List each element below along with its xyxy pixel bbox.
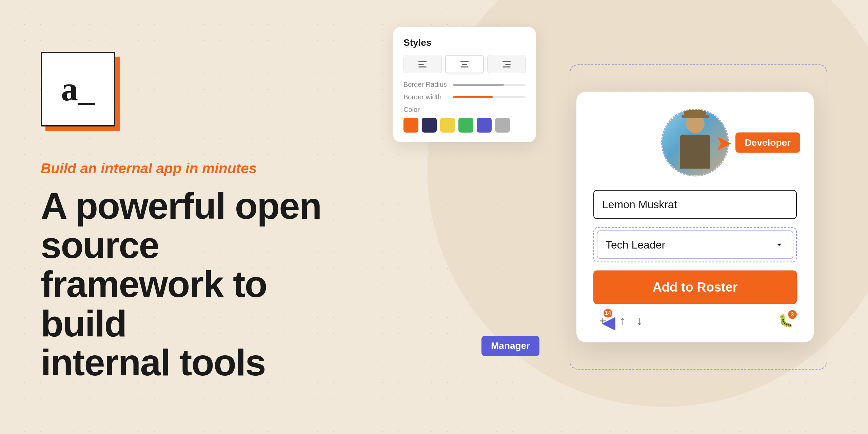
logo-container: a_ bbox=[41, 52, 332, 126]
color-swatches bbox=[403, 118, 526, 133]
developer-badge-label: Developer bbox=[745, 137, 791, 148]
move-up-icon[interactable]: ↑ bbox=[620, 313, 626, 328]
logo-box: a_ bbox=[41, 52, 115, 126]
cursor-left-arrow-icon bbox=[597, 314, 617, 334]
headline: A powerful open source framework to buil… bbox=[41, 186, 332, 382]
svg-marker-1 bbox=[602, 317, 615, 331]
up-arrow-symbol: ↑ bbox=[620, 313, 626, 327]
border-width-fill bbox=[453, 96, 493, 98]
styles-panel: Styles bbox=[393, 27, 536, 142]
swatch-dark[interactable] bbox=[422, 118, 437, 133]
color-label: Color bbox=[403, 106, 526, 114]
cursor-right-arrow-icon bbox=[716, 135, 733, 152]
name-input[interactable] bbox=[593, 190, 797, 219]
main-card: Developer Tech Leader Developer Mana bbox=[576, 92, 814, 342]
border-width-row: Border width bbox=[403, 93, 526, 101]
border-radius-fill bbox=[453, 84, 504, 86]
swatch-gray[interactable] bbox=[495, 118, 510, 133]
person-head bbox=[686, 115, 705, 133]
manager-badge-label: Manager bbox=[491, 340, 530, 351]
name-field bbox=[593, 190, 797, 219]
border-width-label: Border width bbox=[403, 93, 448, 101]
add-to-roster-button[interactable]: Add to Roster bbox=[593, 271, 797, 304]
headline-line2: framework to build bbox=[41, 263, 267, 344]
swatch-orange[interactable] bbox=[403, 118, 418, 133]
add-to-roster-label: Add to Roster bbox=[652, 280, 737, 294]
swatch-yellow[interactable] bbox=[440, 118, 455, 133]
left-section: a_ Build an internal app in minutes A po… bbox=[0, 25, 373, 409]
role-select[interactable]: Tech Leader Developer Manager Designer bbox=[597, 231, 793, 259]
headline-line1: A powerful open source bbox=[41, 185, 321, 266]
svg-marker-0 bbox=[717, 137, 731, 151]
logo-text: a_ bbox=[61, 72, 95, 106]
person-body bbox=[680, 135, 710, 169]
person-hat bbox=[684, 110, 706, 117]
bug-icon[interactable]: 🐛 3 bbox=[778, 313, 793, 328]
align-left-button[interactable] bbox=[403, 55, 442, 73]
tagline: Build an internal app in minutes bbox=[41, 160, 332, 177]
styles-panel-title: Styles bbox=[403, 37, 526, 48]
developer-badge: Developer bbox=[735, 133, 800, 153]
align-right-button[interactable] bbox=[487, 55, 526, 73]
swatch-green[interactable] bbox=[458, 118, 473, 133]
move-down-icon[interactable]: ↓ bbox=[637, 313, 643, 328]
swatch-blue[interactable] bbox=[477, 118, 492, 133]
toolbar-right: 🐛 3 bbox=[778, 313, 793, 328]
manager-badge: Manager bbox=[481, 336, 539, 356]
select-wrapper: Tech Leader Developer Manager Designer bbox=[593, 227, 797, 262]
role-field: Tech Leader Developer Manager Designer bbox=[593, 227, 797, 262]
bug-badge-count: 3 bbox=[788, 310, 797, 319]
border-radius-label: Border Radius bbox=[403, 81, 448, 88]
border-radius-row: Border Radius bbox=[403, 81, 526, 88]
down-arrow-symbol: ↓ bbox=[637, 313, 643, 327]
border-radius-bar[interactable] bbox=[453, 84, 526, 86]
person-figure bbox=[673, 115, 717, 176]
page-content: a_ Build an internal app in minutes A po… bbox=[0, 0, 868, 434]
headline-line3: internal tools bbox=[41, 341, 265, 383]
right-section: Styles bbox=[373, 0, 868, 434]
align-center-button[interactable] bbox=[445, 55, 484, 73]
bottom-toolbar: ＋ 14 ↑ ↓ 🐛 3 bbox=[593, 312, 797, 329]
style-buttons-row bbox=[403, 55, 526, 73]
border-width-bar[interactable] bbox=[453, 96, 526, 98]
avatar-section: Developer bbox=[593, 109, 797, 177]
